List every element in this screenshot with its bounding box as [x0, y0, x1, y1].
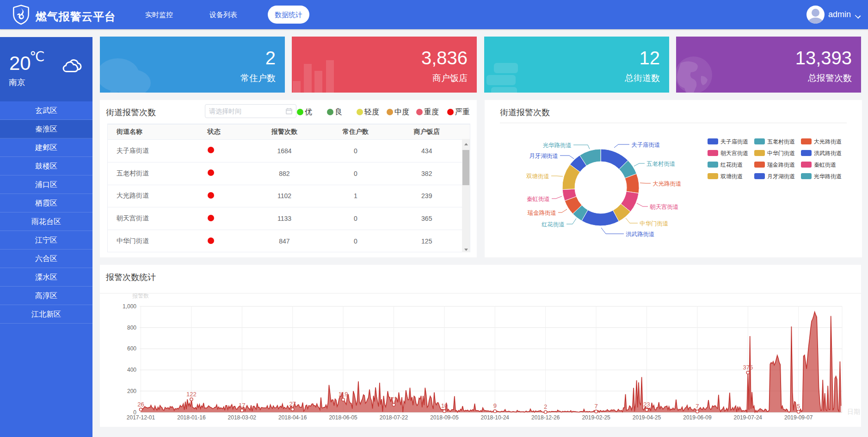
svg-text:2019-06-09: 2019-06-09 — [683, 414, 712, 421]
svg-text:光华路街道: 光华路街道 — [543, 142, 572, 149]
svg-text:2019-02-25: 2019-02-25 — [582, 414, 610, 421]
svg-text:27: 27 — [289, 400, 295, 407]
svg-text:1,000: 1,000 — [123, 303, 136, 310]
svg-text:双塘街道: 双塘街道 — [526, 173, 549, 180]
svg-text:375: 375 — [743, 364, 753, 371]
svg-text:119: 119 — [339, 391, 348, 398]
svg-text:5: 5 — [797, 403, 800, 410]
svg-text:报警数: 报警数 — [132, 293, 149, 299]
svg-text:红花街道: 红花街道 — [542, 221, 565, 228]
svg-text:400: 400 — [127, 367, 136, 373]
svg-text:2: 2 — [544, 403, 547, 410]
svg-text:月牙湖街道: 月牙湖街道 — [529, 153, 559, 159]
svg-text:10: 10 — [441, 402, 448, 409]
svg-text:2018-09-05: 2018-09-05 — [430, 414, 459, 421]
svg-text:2018-03-02: 2018-03-02 — [228, 414, 257, 421]
svg-text:洪武路街道: 洪武路街道 — [626, 231, 655, 237]
svg-text:600: 600 — [127, 345, 136, 352]
svg-text:日期: 日期 — [847, 408, 860, 415]
svg-text:17: 17 — [239, 402, 245, 409]
svg-text:2019-09-07: 2019-09-07 — [784, 414, 813, 421]
svg-text:瑞金路街道: 瑞金路街道 — [528, 210, 557, 216]
svg-text:7: 7 — [594, 403, 597, 410]
svg-text:中华门街道: 中华门街道 — [640, 220, 669, 227]
svg-text:200: 200 — [127, 388, 136, 394]
svg-text:7: 7 — [696, 403, 699, 410]
svg-text:朝天宫街道: 朝天宫街道 — [650, 204, 679, 210]
svg-text:2019-04-25: 2019-04-25 — [633, 414, 661, 421]
svg-text:2018-07-22: 2018-07-22 — [380, 414, 408, 421]
svg-text:2017-12-01: 2017-12-01 — [127, 414, 155, 421]
svg-text:71: 71 — [390, 396, 397, 403]
svg-text:2018-01-16: 2018-01-16 — [177, 414, 206, 421]
svg-text:800: 800 — [127, 325, 136, 331]
svg-text:2018-12-26: 2018-12-26 — [531, 414, 560, 421]
svg-text:五老村街道: 五老村街道 — [646, 161, 676, 167]
svg-text:9: 9 — [493, 402, 497, 409]
svg-text:23: 23 — [643, 401, 650, 408]
svg-text:2019-07-24: 2019-07-24 — [734, 414, 763, 421]
svg-text:大光路街道: 大光路街道 — [653, 181, 682, 187]
svg-text:夫子庙街道: 夫子庙街道 — [631, 142, 660, 148]
svg-text:2018-06-05: 2018-06-05 — [329, 414, 357, 421]
svg-text:26: 26 — [137, 401, 144, 408]
svg-text:秦虹街道: 秦虹街道 — [527, 196, 550, 202]
svg-text:122: 122 — [186, 391, 197, 398]
svg-text:2018-04-16: 2018-04-16 — [278, 414, 307, 421]
svg-text:2018-10-24: 2018-10-24 — [481, 414, 510, 421]
